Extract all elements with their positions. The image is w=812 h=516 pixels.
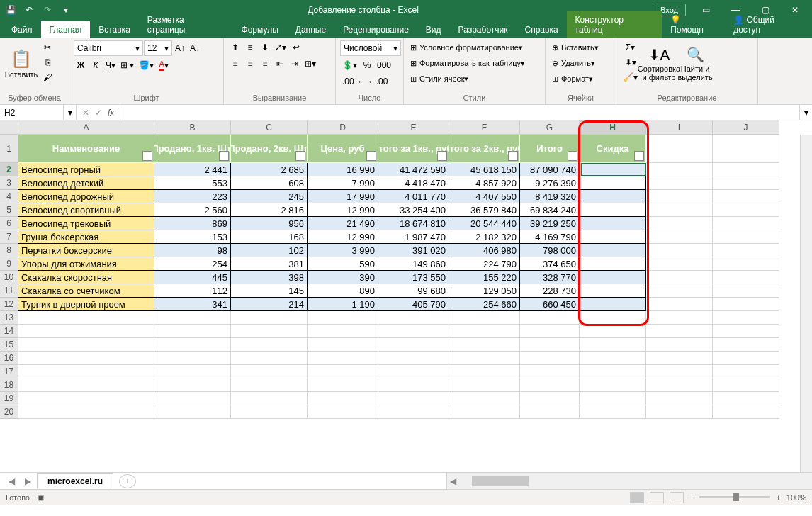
cell[interactable] [18, 378, 154, 392]
cell[interactable]: 341 [154, 298, 231, 311]
cell[interactable] [378, 365, 449, 378]
cell[interactable] [713, 244, 779, 257]
cell[interactable]: 2 182 320 [449, 230, 520, 244]
tellme-button[interactable]: 💡 Помощн [662, 11, 725, 38]
cell[interactable]: 890 [308, 284, 378, 298]
cell[interactable]: 69 834 240 [520, 203, 580, 217]
cell[interactable]: 4 169 790 [520, 230, 580, 244]
column-header-B[interactable]: B [154, 120, 231, 135]
cell-name[interactable]: Велосипед детский [18, 176, 154, 190]
cell[interactable]: 3 990 [308, 244, 378, 257]
cell[interactable]: 214 [231, 298, 308, 311]
cell[interactable] [646, 190, 713, 203]
cell[interactable] [520, 325, 580, 338]
cell[interactable] [520, 365, 580, 378]
row-header-5[interactable]: 5 [0, 203, 18, 217]
cell[interactable] [18, 392, 154, 405]
cell[interactable] [646, 338, 713, 352]
cell[interactable]: 406 980 [449, 244, 520, 257]
cell-name[interactable]: Велосипед дорожный [18, 190, 154, 203]
format-painter-button[interactable]: 🖌 [40, 70, 55, 84]
filter-dropdown-icon[interactable]: ▾ [437, 151, 447, 161]
cell[interactable]: 4 407 550 [449, 190, 520, 203]
border-button[interactable]: ⊞ ▾ [118, 58, 136, 72]
cell[interactable] [520, 392, 580, 405]
row-header-18[interactable]: 18 [0, 378, 18, 392]
cell[interactable] [154, 311, 231, 325]
zoom-out-button[interactable]: − [689, 493, 694, 502]
filter-dropdown-icon[interactable]: ▾ [634, 151, 644, 161]
cell[interactable]: 36 579 840 [449, 203, 520, 217]
format-as-table-button[interactable]: ⊞ Форматировать как таблицу ▾ [408, 56, 541, 70]
cell[interactable] [646, 311, 713, 325]
cell[interactable] [231, 352, 308, 365]
cell-name[interactable]: Велосипед горный [18, 163, 154, 176]
filter-dropdown-icon[interactable]: ▾ [295, 151, 305, 161]
cell[interactable] [580, 325, 646, 338]
cell[interactable] [378, 392, 449, 405]
tab-table-design[interactable]: Конструктор таблиц [567, 11, 662, 38]
decrease-font-button[interactable]: A↓ [188, 40, 202, 56]
cell[interactable] [378, 311, 449, 325]
cell[interactable] [308, 311, 378, 325]
currency-button[interactable]: 💲▾ [340, 58, 359, 72]
cell[interactable] [713, 271, 779, 284]
filter-dropdown-icon[interactable]: ▾ [366, 151, 376, 161]
cell[interactable]: 16 990 [308, 163, 378, 176]
cell[interactable] [154, 365, 231, 378]
align-middle-button[interactable]: ≡ [243, 40, 257, 55]
row-header-10[interactable]: 10 [0, 271, 18, 284]
row-header-1[interactable]: 1 [0, 135, 18, 163]
save-icon[interactable]: 💾 [3, 2, 18, 18]
hscroll-thumb[interactable] [472, 476, 529, 486]
number-format-select[interactable]: Числовой ▾ [340, 40, 401, 56]
cell[interactable] [308, 338, 378, 352]
cell[interactable] [449, 365, 520, 378]
cell[interactable] [580, 392, 646, 405]
decrease-decimal-button[interactable]: ←.00 [366, 74, 390, 89]
cell[interactable] [378, 378, 449, 392]
tab-review[interactable]: Рецензирование [334, 21, 417, 38]
cell[interactable] [231, 365, 308, 378]
cell[interactable]: 2 560 [154, 203, 231, 217]
cell[interactable] [154, 338, 231, 352]
cell[interactable] [646, 405, 713, 419]
cell[interactable]: 4 857 920 [449, 176, 520, 190]
cell[interactable] [713, 311, 779, 325]
underline-button[interactable]: Ч ▾ [103, 58, 118, 72]
tab-view[interactable]: Вид [417, 21, 450, 38]
increase-indent-button[interactable]: ⇥ [288, 57, 302, 71]
cell[interactable] [520, 338, 580, 352]
cell[interactable] [713, 176, 779, 190]
cell[interactable]: 328 770 [520, 271, 580, 284]
formula-bar[interactable] [120, 105, 799, 120]
cell[interactable] [713, 378, 779, 392]
cell[interactable]: 956 [231, 217, 308, 230]
cell[interactable] [154, 392, 231, 405]
row-header-7[interactable]: 7 [0, 230, 18, 244]
cell[interactable]: 102 [231, 244, 308, 257]
cell[interactable] [18, 338, 154, 352]
cell[interactable]: 145 [231, 284, 308, 298]
macro-record-icon[interactable]: ▣ [37, 493, 44, 502]
cell[interactable]: 168 [231, 230, 308, 244]
select-all-corner[interactable] [0, 120, 18, 135]
find-select-button[interactable]: 🔍 Найти и выделить [678, 40, 712, 87]
autosum-button[interactable]: Σ▾ [621, 40, 640, 55]
cell[interactable] [713, 217, 779, 230]
cell[interactable]: 405 790 [378, 298, 449, 311]
cell-name[interactable]: Груша боксерская [18, 230, 154, 244]
italic-button[interactable]: К [89, 58, 103, 72]
align-right-button[interactable]: ≡ [258, 57, 272, 71]
cell[interactable]: 445 [154, 271, 231, 284]
cell[interactable]: 20 544 440 [449, 217, 520, 230]
cell[interactable] [449, 311, 520, 325]
vertical-scrollbar[interactable] [800, 135, 812, 472]
cell[interactable] [580, 378, 646, 392]
table-header[interactable]: Итого за 2кв., руб.▾ [449, 135, 520, 163]
cell[interactable]: 45 618 150 [449, 163, 520, 176]
tab-help[interactable]: Справка [517, 21, 567, 38]
tab-nav-prev[interactable]: ◀ [4, 476, 19, 486]
cell[interactable] [646, 257, 713, 271]
cell[interactable] [449, 405, 520, 419]
